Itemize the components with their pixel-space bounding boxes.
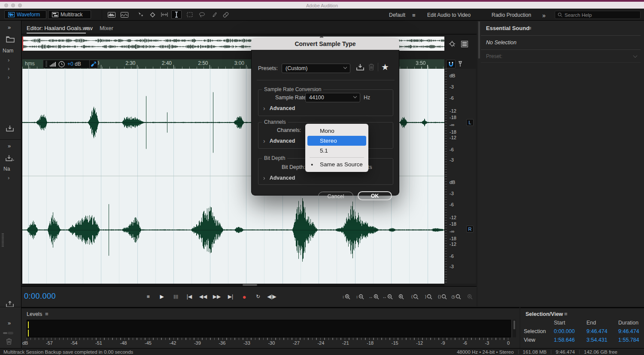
display-list-icon[interactable] [461, 41, 468, 47]
menu-item-5-1[interactable]: 5.1 [305, 146, 368, 156]
meter-toggle-icon[interactable] [3, 331, 14, 335]
view-duration-value[interactable]: 1:55.784 [618, 337, 644, 343]
bit-depth-advanced-toggle[interactable]: ›Advanced [263, 174, 295, 181]
level-meter[interactable] [27, 320, 511, 337]
right-channel-badge[interactable]: R [466, 226, 474, 233]
menu-item-mono[interactable]: Mono [305, 126, 368, 136]
expand-levels-panel-button[interactable]: » [8, 320, 11, 326]
view-start-value[interactable]: 1:58.646 [554, 337, 586, 343]
essential-sound-menu-icon[interactable]: ≡ [528, 25, 532, 31]
search-input[interactable] [565, 12, 633, 18]
zoom-to-selection-button[interactable]: ⟨⟩ [437, 291, 448, 302]
sample-rate-advanced-toggle[interactable]: ›Advanced [263, 105, 295, 112]
move-tool-button[interactable] [135, 10, 146, 19]
selection-duration-value[interactable]: 9:46.474 [618, 328, 644, 334]
levels-menu-icon[interactable]: ≡ [45, 311, 49, 317]
dialog-titlebar[interactable]: Convert Sample Type [251, 38, 399, 50]
import-files-icon[interactable] [5, 155, 15, 162]
tree-expander-icon[interactable]: › [8, 65, 9, 72]
hud-pin-button[interactable] [89, 60, 98, 68]
editor-panel-menu-icon[interactable]: ≡ [85, 25, 88, 31]
tree-expander-icon[interactable]: › [8, 74, 9, 80]
reset-zoom-button[interactable] [464, 291, 476, 302]
marker-pin-icon[interactable] [458, 61, 463, 67]
selection-start-value[interactable]: 0:00.000 [554, 328, 586, 334]
workspace-overflow-chevrons[interactable]: » [542, 12, 546, 19]
playhead-time-display[interactable]: 0:00.000 [24, 292, 56, 301]
panel-scrollbar[interactable] [478, 21, 480, 58]
hud-gain-value[interactable]: +0 [67, 61, 73, 67]
folder-icon[interactable] [6, 36, 15, 43]
volume-hud[interactable]: +0 dB [43, 60, 90, 68]
save-preset-icon[interactable] [356, 64, 365, 71]
spectral-view-button[interactable] [119, 10, 130, 19]
meter-scale-label: -15 [392, 340, 398, 346]
help-search-box[interactable] [555, 11, 641, 19]
left-channel-badge[interactable]: L [466, 119, 474, 126]
zoom-in-at-out-point-button[interactable]: ⟩ [423, 291, 434, 302]
multitrack-mode-button[interactable]: Multitrack [48, 10, 91, 19]
time-selection-tool-button[interactable] [159, 10, 170, 19]
move-playhead-button[interactable]: ◀|▶ [266, 291, 277, 302]
loop-playback-button[interactable]: ↻ [252, 291, 264, 302]
rail-scroll-grip[interactable] [2, 233, 4, 247]
selection-view-menu-icon[interactable]: ≡ [564, 311, 568, 317]
view-end-value[interactable]: 3:54.431 [586, 337, 618, 343]
workspace-radio-production[interactable]: Radio Production [492, 12, 531, 18]
menu-separator [310, 157, 364, 158]
trash-icon[interactable] [6, 338, 12, 345]
waveform-view-button[interactable] [106, 10, 117, 19]
paintbrush-tool-button[interactable] [209, 10, 219, 19]
ruler-unit-label[interactable]: hms [25, 61, 35, 67]
sample-rate-select[interactable]: 44100 [305, 93, 360, 102]
menu-item-stereo[interactable]: Stereo [307, 136, 366, 146]
workspace-menu-icon[interactable]: ≡ [412, 12, 416, 18]
zoom-full-icon[interactable] [448, 41, 456, 48]
pause-button[interactable]: ▮▮ [170, 291, 181, 302]
expand-panel-button[interactable]: » [8, 143, 11, 149]
skip-to-end-button[interactable]: ▶| [225, 291, 236, 302]
hud-grip[interactable] [46, 61, 47, 67]
channels-advanced-toggle[interactable]: ›Advanced [263, 138, 295, 144]
snap-toggle-button[interactable] [446, 60, 456, 68]
record-button[interactable]: ● [239, 291, 250, 302]
menu-item-same-as-source[interactable]: ● Same as Source [305, 159, 368, 169]
levels-scrollbar[interactable] [513, 320, 516, 337]
tree-expander-icon[interactable]: › [8, 174, 9, 181]
play-button[interactable]: ▶ [156, 291, 167, 302]
zoom-to-playhead-button[interactable]: ◷ [450, 291, 462, 302]
zoom-in-amplitude-button[interactable]: ↕ [340, 291, 352, 302]
tab-editor[interactable]: Editor: Haaland Goals.wav [27, 25, 93, 31]
fast-forward-button[interactable]: ▶▶ [211, 291, 222, 302]
cancel-button[interactable]: Cancel [318, 192, 353, 201]
zoom-in-time-button[interactable]: ↔ [368, 291, 380, 302]
zoom-out-time-button[interactable]: ↔ [382, 291, 393, 302]
tree-expander-icon[interactable]: › [8, 57, 9, 63]
rewind-button[interactable]: ◀◀ [197, 291, 209, 302]
scrollbar-thumb[interactable] [243, 284, 257, 286]
text-tool-button[interactable] [171, 10, 182, 19]
tab-mixer[interactable]: Mixer [100, 25, 113, 31]
waveform-mode-button[interactable]: Waveform [4, 10, 46, 19]
stop-button[interactable]: ■ [143, 291, 154, 302]
presets-select[interactable]: (Custom) [282, 64, 350, 73]
media-browser-panel-icon[interactable] [6, 125, 14, 132]
favorite-star-icon[interactable]: ★ [381, 62, 389, 72]
workspace-default[interactable]: Default [389, 12, 405, 18]
preset-dropdown-chevron-icon[interactable] [633, 54, 638, 58]
razor-tool-button[interactable] [147, 10, 158, 19]
skip-to-start-button[interactable]: |◀ [184, 291, 195, 302]
zoom-out-amplitude-button[interactable]: ↕ [354, 291, 366, 302]
zoom-out-full-button[interactable] [395, 291, 407, 302]
selection-end-value[interactable]: 9:46.474 [586, 328, 618, 334]
amplitude-scale[interactable] [444, 69, 476, 284]
spot-healing-tool-button[interactable] [221, 10, 231, 19]
ok-button[interactable]: OK [358, 191, 392, 200]
status-bar: Multitrack Session Backup save completed… [0, 348, 644, 355]
marquee-selection-tool-button[interactable] [185, 10, 195, 19]
zoom-in-at-in-point-button[interactable]: ⟨ [409, 291, 421, 302]
delete-preset-icon[interactable] [368, 63, 374, 70]
workspace-edit-audio-to-video[interactable]: Edit Audio to Video [427, 12, 471, 18]
lasso-selection-tool-button[interactable] [197, 10, 207, 19]
expand-files-panel-button[interactable]: » [8, 24, 11, 31]
